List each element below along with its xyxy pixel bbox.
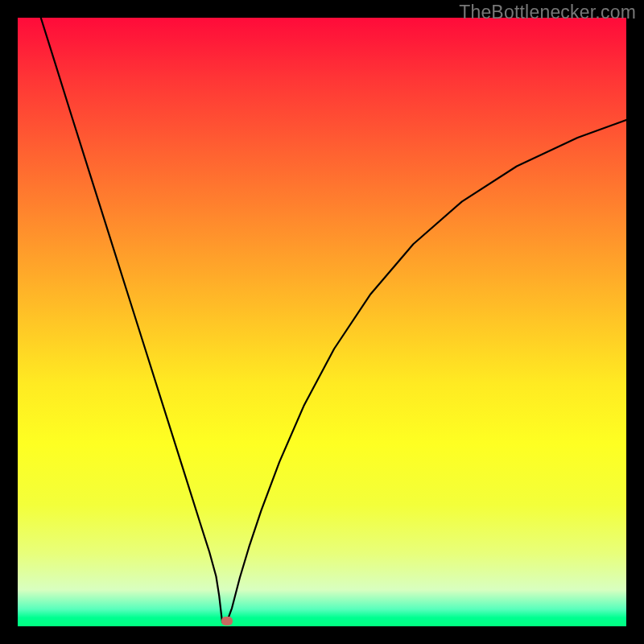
watermark-text: TheBottlenecker.com bbox=[459, 2, 636, 23]
bottleneck-curve bbox=[41, 18, 626, 622]
chart-frame: TheBottlenecker.com bbox=[0, 0, 644, 644]
optimal-point-marker bbox=[221, 617, 233, 625]
plot-area bbox=[18, 18, 626, 626]
curve-svg bbox=[18, 18, 626, 626]
